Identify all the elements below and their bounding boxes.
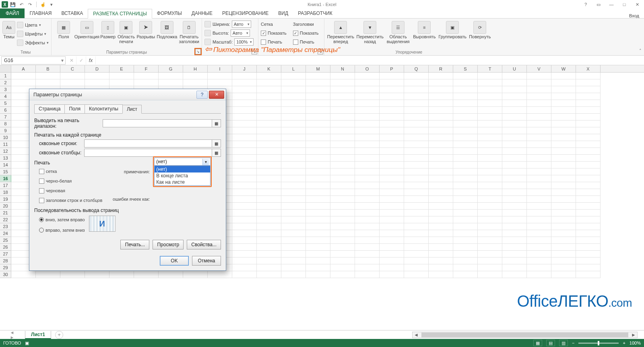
cell[interactable] xyxy=(527,73,551,79)
cell[interactable] xyxy=(429,100,453,107)
cell[interactable] xyxy=(453,244,478,251)
cell[interactable] xyxy=(330,93,355,100)
help-icon[interactable]: ? xyxy=(580,1,591,8)
cell[interactable] xyxy=(429,196,453,203)
cell[interactable] xyxy=(551,134,576,141)
cell[interactable] xyxy=(429,216,453,223)
cell[interactable] xyxy=(330,223,355,230)
cell[interactable] xyxy=(355,189,380,196)
cell[interactable] xyxy=(429,237,453,244)
cell[interactable] xyxy=(502,134,527,141)
cell[interactable] xyxy=(306,114,330,121)
cell[interactable] xyxy=(232,223,257,230)
cell[interactable] xyxy=(232,79,257,86)
cell[interactable] xyxy=(232,244,257,251)
cell[interactable] xyxy=(429,168,453,175)
cell[interactable] xyxy=(36,79,60,86)
cell[interactable] xyxy=(453,168,478,175)
cell[interactable] xyxy=(257,189,281,196)
zoom-value[interactable]: 100% xyxy=(630,341,641,345)
cell[interactable] xyxy=(551,182,576,189)
cell[interactable] xyxy=(502,148,527,155)
cell[interactable] xyxy=(257,93,281,100)
cell[interactable] xyxy=(232,141,257,148)
cell[interactable] xyxy=(281,73,306,79)
cell[interactable] xyxy=(355,79,380,86)
row-header[interactable]: 14 xyxy=(0,162,11,168)
cell[interactable] xyxy=(478,162,502,168)
comments-option-none[interactable]: (нет) xyxy=(155,166,210,172)
cell[interactable] xyxy=(576,258,601,264)
cell[interactable] xyxy=(576,244,601,251)
cell[interactable] xyxy=(576,251,601,258)
cell[interactable] xyxy=(576,107,601,114)
zoom-slider[interactable] xyxy=(578,343,619,344)
cell[interactable] xyxy=(404,86,429,93)
cell[interactable] xyxy=(257,196,281,203)
cell[interactable] xyxy=(502,121,527,127)
row-header[interactable]: 24 xyxy=(0,230,11,237)
cell[interactable] xyxy=(330,100,355,107)
cell[interactable] xyxy=(551,114,576,121)
cell[interactable] xyxy=(330,230,355,237)
cell[interactable] xyxy=(380,141,404,148)
cell[interactable] xyxy=(306,127,330,134)
cell[interactable] xyxy=(281,258,306,264)
cell[interactable] xyxy=(502,175,527,182)
cell[interactable] xyxy=(281,203,306,210)
cell[interactable] xyxy=(183,79,208,86)
draft-checkbox[interactable]: черновая xyxy=(39,187,102,195)
cell[interactable] xyxy=(257,114,281,121)
cell[interactable] xyxy=(478,175,502,182)
cell[interactable] xyxy=(404,127,429,134)
cell[interactable] xyxy=(36,73,60,79)
ribbon-display-icon[interactable]: ▭ xyxy=(593,1,604,8)
cell[interactable] xyxy=(527,189,551,196)
cell[interactable] xyxy=(306,182,330,189)
dialog-tab-sheet[interactable]: Лист xyxy=(122,105,142,114)
cell[interactable] xyxy=(355,121,380,127)
background-button[interactable]: 🖼Подложка xyxy=(157,20,177,39)
column-header[interactable]: O xyxy=(355,65,380,72)
cell[interactable] xyxy=(380,216,404,223)
qat-save-icon[interactable]: 💾 xyxy=(9,1,17,8)
cell[interactable] xyxy=(380,107,404,114)
tab-review[interactable]: РЕЦЕНЗИРОВАНИЕ xyxy=(217,8,273,18)
cell[interactable] xyxy=(281,141,306,148)
cell[interactable] xyxy=(380,86,404,93)
cell[interactable] xyxy=(576,230,601,237)
cell[interactable] xyxy=(478,258,502,264)
cell[interactable] xyxy=(380,223,404,230)
cell[interactable] xyxy=(232,230,257,237)
name-box[interactable]: G16 xyxy=(1,56,66,64)
cell[interactable] xyxy=(527,264,551,271)
dialog-help-icon[interactable]: ? xyxy=(196,91,208,99)
cell[interactable] xyxy=(527,168,551,175)
cell[interactable] xyxy=(232,107,257,114)
cell[interactable] xyxy=(502,100,527,107)
cell[interactable] xyxy=(527,251,551,258)
cell[interactable] xyxy=(232,237,257,244)
cell[interactable] xyxy=(330,251,355,258)
cell[interactable] xyxy=(183,73,208,79)
tab-home[interactable]: ГЛАВНАЯ xyxy=(25,8,56,18)
cell[interactable] xyxy=(478,148,502,155)
cell[interactable] xyxy=(355,168,380,175)
cell[interactable] xyxy=(380,189,404,196)
cell[interactable] xyxy=(306,237,330,244)
cell[interactable] xyxy=(355,251,380,258)
cell[interactable] xyxy=(478,79,502,86)
cell[interactable] xyxy=(453,251,478,258)
qat-touch-icon[interactable]: ☝ xyxy=(39,1,47,8)
cell[interactable] xyxy=(355,148,380,155)
cell[interactable] xyxy=(257,86,281,93)
rotate-button[interactable]: ⟳Повернуть xyxy=(469,20,491,39)
cell[interactable] xyxy=(281,121,306,127)
cell[interactable] xyxy=(330,264,355,271)
cell[interactable] xyxy=(478,93,502,100)
dialog-options-button[interactable]: Свойства... xyxy=(187,240,221,249)
headings-print-check[interactable]: Печать xyxy=(293,38,319,46)
cell[interactable] xyxy=(502,162,527,168)
cell[interactable] xyxy=(281,168,306,175)
cell[interactable] xyxy=(453,210,478,216)
